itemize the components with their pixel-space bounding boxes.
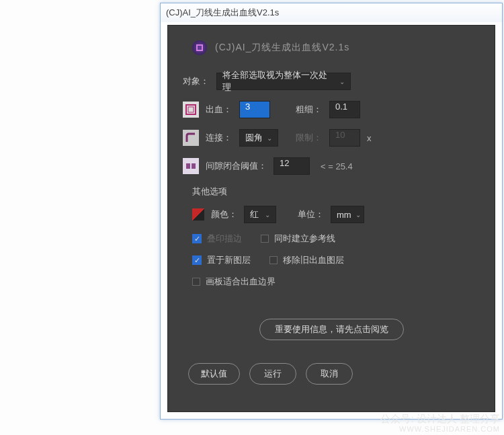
- dialog-window: (CJ)AI_刀线生成出血线V2.1s (CJ)AI_刀线生成出血线V2.1s …: [160, 3, 503, 420]
- window-title: (CJ)AI_刀线生成出血线V2.1s: [166, 7, 279, 17]
- newlayer-checkbox[interactable]: ✓: [192, 255, 202, 265]
- default-button[interactable]: 默认值: [188, 363, 240, 385]
- join-label: 连接：: [206, 132, 233, 144]
- bleed-icon: [183, 102, 199, 118]
- color-select[interactable]: 红 ⌄: [244, 206, 276, 223]
- newlayer-label: 置于新图层: [207, 254, 251, 266]
- removeold-label: 移除旧出血图层: [283, 254, 344, 266]
- svg-rect-0: [186, 105, 196, 114]
- run-button[interactable]: 运行: [249, 363, 296, 385]
- bleed-label: 出血：: [206, 104, 233, 116]
- watermark-line2: WWW.SHEJIDAREN.COM: [380, 425, 500, 434]
- color-unit-row: 颜色： 红 ⌄ 单位： mm ⌄: [192, 206, 480, 223]
- header: (CJ)AI_刀线生成出血线V2.1s: [183, 40, 480, 55]
- limit-input: 10: [329, 129, 360, 147]
- bleed-input[interactable]: 3: [239, 101, 270, 118]
- cb-row-2: ✓ 置于新图层 移除旧出血图层: [192, 254, 480, 266]
- footer-buttons: 默认值 运行 取消: [183, 363, 480, 385]
- color-label: 颜色：: [211, 208, 237, 221]
- object-label: 对象：: [183, 75, 210, 87]
- gap-input[interactable]: 12: [274, 157, 310, 175]
- join-icon: [183, 130, 199, 146]
- header-title: (CJ)AI_刀线生成出血线V2.1s: [215, 42, 349, 54]
- join-select[interactable]: 圆角 ⌄: [239, 129, 278, 147]
- gap-row: 间隙闭合阈值： 12 < = 25.4: [183, 157, 480, 175]
- artboard-label: 画板适合出血边界: [206, 276, 276, 288]
- chevron-down-icon: ⌄: [355, 211, 361, 219]
- limit-unit: x: [367, 133, 372, 143]
- removeold-checkbox[interactable]: [269, 256, 278, 264]
- color-swatch-icon: [192, 208, 204, 221]
- window-titlebar[interactable]: (CJ)AI_刀线生成出血线V2.1s: [161, 3, 502, 22]
- info-button[interactable]: 重要使用信息，请先点击阅览: [259, 319, 404, 340]
- info-row: 重要使用信息，请先点击阅览: [183, 319, 480, 340]
- bleed-row: 出血： 3 粗细： 0.1: [183, 101, 480, 118]
- chevron-down-icon: ⌄: [339, 78, 345, 85]
- gap-hint: < = 25.4: [321, 161, 353, 171]
- unit-label: 单位：: [298, 208, 324, 221]
- other-options-title: 其他选项: [192, 186, 480, 198]
- overprint-label: 叠印描边: [207, 233, 242, 245]
- chevron-down-icon: ⌄: [265, 211, 270, 219]
- cb-row-3: 画板适合出血边界: [192, 276, 480, 288]
- guide-checkbox[interactable]: [261, 235, 269, 243]
- gap-icon: [183, 158, 199, 174]
- limit-label: 限制：: [296, 132, 323, 144]
- artboard-checkbox[interactable]: [192, 278, 200, 286]
- join-select-value: 圆角: [245, 132, 263, 144]
- other-options-group: 其他选项 颜色： 红 ⌄ 单位： mm ⌄ ✓ 叠印描边: [183, 186, 480, 288]
- guide-label: 同时建立参考线: [274, 233, 335, 245]
- gap-label: 间隙闭合阈值：: [206, 160, 267, 172]
- object-select[interactable]: 将全部选取视为整体一次处理 ⌄: [216, 73, 351, 90]
- join-row: 连接： 圆角 ⌄ 限制： 10 x: [183, 129, 480, 147]
- thickness-input[interactable]: 0.1: [329, 101, 360, 118]
- unit-select[interactable]: mm ⌄: [331, 206, 364, 223]
- object-select-value: 将全部选取视为整体一次处理: [222, 69, 335, 93]
- object-row: 对象： 将全部选取视为整体一次处理 ⌄: [183, 73, 480, 90]
- panel-body: (CJ)AI_刀线生成出血线V2.1s 对象： 将全部选取视为整体一次处理 ⌄ …: [167, 25, 495, 412]
- svg-rect-2: [186, 163, 190, 169]
- cb-row-1: ✓ 叠印描边 同时建立参考线: [192, 233, 480, 245]
- cancel-button[interactable]: 取消: [306, 363, 353, 385]
- chevron-down-icon: ⌄: [267, 134, 272, 142]
- thickness-label: 粗细：: [296, 104, 323, 116]
- svg-rect-3: [192, 163, 196, 169]
- svg-rect-1: [188, 107, 194, 112]
- overprint-checkbox: ✓: [192, 234, 202, 243]
- logo-icon: [192, 40, 207, 55]
